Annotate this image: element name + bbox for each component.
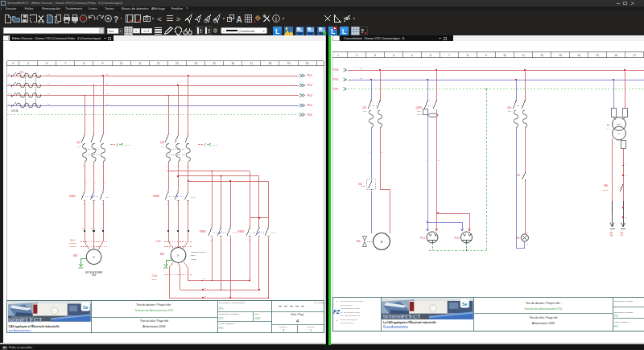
svg-text:P5/4: P5/4 (308, 94, 313, 97)
svg-text:12: 12 (157, 62, 160, 65)
svg-text:PC1: PC1 (420, 237, 425, 240)
svg-text:aux Automatismes: aux Automatismes (9, 329, 31, 332)
svg-text:14: 14 (577, 54, 580, 57)
svg-text:1 2 3: 1 2 3 (143, 30, 149, 33)
svg-text:NO NC: NO NC (603, 189, 609, 191)
svg-text:Ref d'affaire / Project: Ref d'affaire / Project (614, 300, 634, 303)
svg-text:20: 20 (306, 62, 309, 65)
svg-text:16: 16 (614, 54, 617, 57)
svg-text:(2 fils): (2 fils) (151, 278, 156, 280)
svg-text:Textes: Textes (105, 6, 114, 10)
svg-text:8: 8 (83, 62, 85, 65)
svg-text:M2: M2 (160, 253, 164, 256)
svg-text:17: 17 (633, 54, 636, 57)
svg-text:!: ! (208, 28, 209, 34)
svg-text:3: 3 (374, 54, 376, 57)
svg-text:Titre du folio / Page title: Titre du folio / Page title (529, 316, 558, 319)
svg-text:Q1: Q1 (19, 70, 24, 74)
svg-text:1PH: 1PH (91, 228, 94, 229)
svg-text:Concepteur / Designer: Concepteur / Designer (614, 311, 634, 314)
svg-text:11: 11 (522, 54, 525, 57)
svg-text:8: 8 (467, 54, 469, 57)
svg-text:P5/3: P5/3 (308, 84, 313, 87)
svg-text:10: 10 (120, 62, 123, 65)
svg-text:Se: Se (83, 305, 89, 310)
svg-text:230V: 230V (617, 123, 621, 125)
svg-text:Client / Customer: Client / Customer (614, 321, 630, 323)
svg-text:Ind / Revision: Ind / Revision (314, 302, 324, 303)
svg-text:Q3: Q3 (160, 141, 164, 144)
svg-text:P5/6: P5/6 (308, 113, 313, 117)
svg-text:P5/P: P5/P (333, 88, 339, 91)
svg-text:La CAO appliquée à l'Électrici: La CAO appliquée à l'Électricité industr… (383, 320, 436, 324)
svg-text:16: 16 (231, 62, 234, 65)
svg-text:4/12: 4/12 (620, 232, 623, 237)
svg-text:CAO appliquée à l'Électricité: CAO appliquée à l'Électricité industriel… (9, 324, 60, 328)
svg-text:19: 19 (287, 62, 291, 65)
svg-text:MOTEUR: MOTEUR (69, 242, 77, 244)
svg-text:5: 5 (411, 54, 413, 57)
svg-text:d b: d b (106, 196, 109, 199)
svg-text:Fenêtre: Fenêtre (171, 6, 184, 10)
svg-text:2x2: 2x2 (508, 110, 512, 113)
svg-text:2024: 2024 (255, 317, 261, 320)
svg-text:Ch.6: Ch.6 (152, 274, 157, 278)
svg-text:KM5: KM5 (200, 230, 206, 233)
svg-text:13: 13 (559, 54, 562, 57)
svg-text:H1: H1 (517, 237, 520, 240)
svg-text:13: 13 (175, 62, 179, 65)
svg-text:Date: Date (255, 313, 260, 315)
svg-text:1: 1 (337, 54, 339, 57)
svg-text:>: > (176, 14, 181, 23)
svg-text:17: 17 (250, 62, 253, 65)
svg-text:6/W-3B: 6/W-3B (11, 109, 19, 113)
svg-text:1N: 1N (106, 103, 109, 105)
svg-text:S11: S11 (358, 183, 362, 186)
svg-text:4/10: 4/10 (609, 232, 613, 237)
svg-text:KM6: KM6 (153, 195, 159, 198)
svg-text:▾: ▾ (263, 30, 265, 33)
svg-text:2: 2 (356, 54, 357, 57)
svg-text:FT2: FT2 (219, 307, 224, 311)
svg-text:tout: tout (109, 30, 114, 33)
svg-text:7: 7 (448, 54, 450, 57)
svg-text:1x1: 1x1 (161, 146, 165, 148)
svg-text:Folios: Folios (25, 6, 34, 10)
svg-text:15: 15 (596, 54, 599, 57)
svg-text:Fax : 33.(0)3.83.35.70.06: Fax : 33.(0)3.83.35.70.06 (341, 315, 361, 316)
svg-text:FT2: FT2 (614, 325, 619, 328)
svg-text:L: L (342, 27, 346, 35)
svg-text:Tel : 33.(0)3.83.71.18.36: Tel : 33.(0)3.83.71.18.36 (341, 311, 360, 313)
svg-text:Et aux Automatismes: Et aux Automatismes (383, 325, 408, 328)
svg-text:1PH: 1PH (100, 228, 103, 229)
svg-text:SB1: SB1 (604, 184, 609, 187)
svg-text:SchemELECT: SchemELECT (383, 313, 422, 320)
svg-text:hemELECT: hemELECT (8, 316, 43, 323)
svg-text:Editer Dossier : Demo V15 (C: Editer Dossier : Demo V15 (Création) Fol… (12, 36, 101, 40)
svg-text:Ref d'affaire / Project number: Ref d'affaire / Project number (219, 302, 246, 304)
svg-text:Listes: Listes (89, 6, 97, 10)
svg-text:9: 9 (485, 54, 487, 57)
svg-text:M4: M4 (357, 240, 361, 243)
svg-text:▯Commande: ▯Commande (238, 30, 255, 33)
svg-text:Alimentation 400V: Alimentation 400V (142, 325, 166, 328)
svg-text:N: N (8, 103, 10, 105)
svg-text:Dossier de démonstration V15: Dossier de démonstration V15 (135, 309, 173, 312)
svg-text:d 4s: d 4s (271, 232, 275, 234)
svg-text:2x2: 2x2 (363, 110, 367, 113)
svg-text:FT2: FT2 (614, 315, 619, 318)
svg-text:10: 10 (503, 54, 506, 57)
svg-text:Folio préc.: Folio préc. (279, 326, 288, 327)
svg-text:5: 5 (135, 30, 137, 33)
svg-text:1N: 1N (47, 103, 50, 105)
svg-text:30mA: 30mA (417, 113, 423, 116)
svg-text:Traitements: Traitements (65, 6, 82, 10)
svg-text:1x1: 1x1 (77, 146, 81, 148)
svg-text:x/9A: x/9A (606, 128, 610, 130)
svg-text:4: 4 (12, 62, 14, 65)
svg-text:FZ: FZ (333, 309, 341, 315)
svg-text:6: 6 (430, 54, 431, 57)
svg-text:Q6: Q6 (507, 106, 511, 109)
svg-text:14: 14 (194, 62, 197, 65)
svg-text:QF3: QF3 (416, 106, 422, 109)
